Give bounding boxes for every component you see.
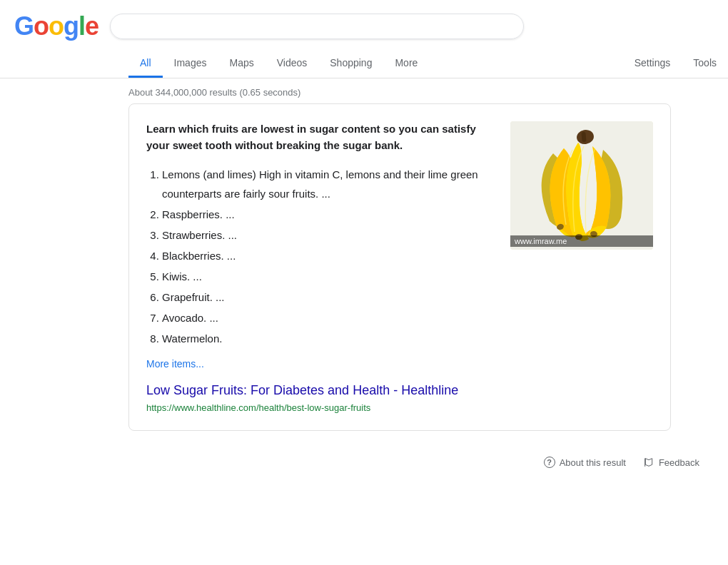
list-item: Avocado. ...: [162, 308, 496, 327]
feedback-label: Feedback: [659, 457, 699, 468]
list-item: Kiwis. ...: [162, 267, 496, 286]
about-this-result[interactable]: ? About this result: [544, 457, 626, 468]
results-info: About 344,000,000 results (0.65 seconds): [0, 78, 728, 103]
tab-all[interactable]: All: [128, 50, 163, 78]
feedback-button[interactable]: Feedback: [643, 457, 699, 468]
list-item: Strawberries. ...: [162, 225, 496, 245]
search-input[interactable]: ~sweet fruits: [122, 20, 499, 33]
search-bar: ~sweet fruits: [110, 14, 524, 39]
tab-more[interactable]: More: [383, 50, 429, 78]
more-items-link[interactable]: More items...: [146, 358, 204, 370]
about-label: About this result: [560, 457, 626, 468]
logo-letter-o2: o: [49, 11, 64, 41]
footer: ? About this result Feedback: [0, 445, 728, 479]
search-bar-icons: [505, 20, 512, 33]
tab-tools[interactable]: Tools: [682, 50, 728, 78]
result-link-section: Low Sugar Fruits: For Diabetes and Healt…: [146, 382, 653, 413]
banana-image: www.imraw.me: [510, 121, 653, 250]
logo-letter-l: l: [79, 11, 85, 41]
logo-letter-o1: o: [34, 11, 49, 41]
google-logo[interactable]: Google: [14, 11, 98, 41]
list-item: Grapefruit. ...: [162, 287, 496, 307]
tab-shopping[interactable]: Shopping: [318, 50, 383, 78]
image-credit: www.imraw.me: [510, 235, 653, 247]
snippet-intro: Learn which fruits are lowest in sugar c…: [146, 121, 496, 153]
tab-videos[interactable]: Videos: [266, 50, 319, 78]
tab-images[interactable]: Images: [163, 50, 218, 78]
result-url: https://www.healthline.com/health/best-l…: [146, 402, 653, 413]
tab-settings[interactable]: Settings: [623, 50, 682, 78]
header: Google ~sweet fruits: [0, 0, 728, 41]
snippet-list: Lemons (and limes) High in vitamin C, le…: [146, 165, 496, 348]
snippet-inner: Learn which fruits are lowest in sugar c…: [146, 121, 653, 370]
about-icon: ?: [544, 457, 555, 468]
list-item: Lemons (and limes) High in vitamin C, le…: [162, 165, 496, 203]
logo-letter-g2: g: [64, 11, 79, 41]
list-item: Watermelon.: [162, 329, 496, 348]
tab-maps[interactable]: Maps: [218, 50, 265, 78]
nav-settings: Settings Tools: [623, 50, 728, 78]
nav-tabs: All Images Maps Videos Shopping More Set…: [0, 44, 728, 78]
logo-letter-e: e: [85, 11, 98, 41]
logo-letter-g: G: [14, 11, 34, 41]
list-item: Raspberries. ...: [162, 205, 496, 224]
featured-snippet: Learn which fruits are lowest in sugar c…: [128, 103, 671, 431]
snippet-text: Learn which fruits are lowest in sugar c…: [146, 121, 496, 370]
result-title[interactable]: Low Sugar Fruits: For Diabetes and Healt…: [146, 383, 458, 397]
list-item: Blackberries. ...: [162, 246, 496, 265]
flag-icon: [643, 457, 654, 468]
main-content: Learn which fruits are lowest in sugar c…: [0, 103, 728, 431]
